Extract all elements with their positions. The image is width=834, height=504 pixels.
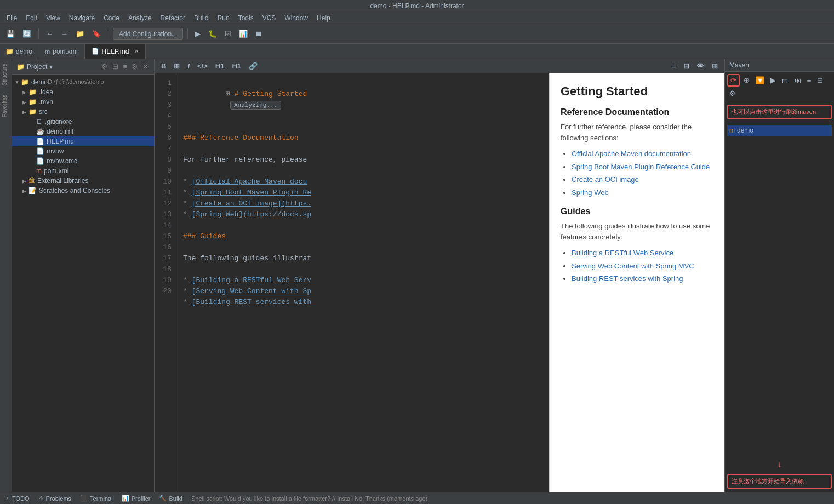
layout-split-button[interactable]: ⊟ [681, 61, 692, 71]
sync-button[interactable]: 🔄 [20, 28, 34, 39]
tree-help-md[interactable]: 📄 HELP.md [12, 136, 154, 146]
maven-tree: m demo [725, 123, 834, 293]
project-breadcrumb[interactable]: 📁 demo [0, 44, 38, 59]
coverage-button[interactable]: ☑ [222, 28, 234, 39]
menu-vcs[interactable]: VCS [258, 13, 281, 23]
menu-run[interactable]: Run [213, 13, 234, 23]
project-more-button[interactable]: ✕ [141, 61, 150, 72]
favorites-tab[interactable]: Favorites [0, 90, 12, 122]
menu-window[interactable]: Window [280, 13, 312, 23]
annotation-arrow-down: ↓ [725, 460, 834, 469]
preview-ref-link-1[interactable]: Official Apache Maven documentation [572, 148, 713, 159]
menu-help[interactable]: Help [312, 13, 335, 23]
ref-link-2-anchor[interactable]: Spring Boot Maven Plugin Reference Guide [572, 163, 710, 171]
menu-refactor[interactable]: Refactor [156, 13, 190, 23]
h1-button[interactable]: H1 [213, 61, 227, 71]
project-gear-button[interactable]: ⚙ [130, 61, 139, 72]
ref-link-1-anchor[interactable]: Official Apache Maven documentation [572, 150, 691, 158]
h2-button[interactable]: H1 [230, 61, 243, 71]
tree-mvnw-cmd[interactable]: 📄 mvnw.cmd [12, 156, 154, 166]
preview-guide-link-2[interactable]: Serving Web Content with Spring MVC [572, 261, 713, 272]
bold-button[interactable]: B [159, 61, 168, 71]
tree-root-demo[interactable]: ▼ 📁 demo D:\代码\demos\demo [12, 77, 154, 87]
build-status[interactable]: 🔨 Build [159, 495, 182, 502]
menu-navigate[interactable]: Navigate [65, 13, 99, 23]
add-configuration-button[interactable]: Add Configuration... [113, 28, 183, 40]
project-settings-button[interactable]: ⚙ [100, 61, 109, 72]
menu-edit[interactable]: Edit [21, 13, 42, 23]
tree-external-libs[interactable]: ▶ 🏛 External Libraries [12, 176, 154, 186]
menu-analyze[interactable]: Analyze [124, 13, 156, 23]
profile-button[interactable]: 📊 [236, 28, 250, 39]
close-tab-icon[interactable]: ✕ [134, 48, 139, 54]
guide-link-1-anchor[interactable]: Building a RESTful Web Service [572, 249, 673, 257]
structure-tab[interactable]: Structure [0, 59, 12, 90]
project-tree: ▼ 📁 demo D:\代码\demos\demo ▶ 📁 .idea ▶ 📁 … [12, 75, 154, 492]
table-button[interactable]: ⊞ [172, 61, 182, 71]
recent-files-button[interactable]: 📁 [73, 28, 87, 39]
forward-button[interactable]: → [58, 28, 71, 39]
maven-run-button[interactable]: ▶ [768, 74, 778, 87]
run-button[interactable]: ▶ [192, 28, 203, 39]
layout-preview-button[interactable]: 👁 [695, 61, 706, 71]
menu-build[interactable]: Build [190, 13, 213, 23]
tree-gitignore[interactable]: 🗒 .gitignore [12, 117, 154, 127]
preview-ref-link-2[interactable]: Spring Boot Maven Plugin Reference Guide [572, 162, 713, 173]
editor-toolbar: B ⊞ I </> H1 H1 🔗 ≡ ⊟ 👁 ⊞ [155, 59, 724, 73]
maven-demo-item[interactable]: m demo [727, 125, 832, 136]
guide-link-3-anchor[interactable]: Building REST services with Spring [572, 274, 683, 283]
menu-view[interactable]: View [42, 13, 65, 23]
problems-status[interactable]: ⚠ Problems [38, 495, 71, 502]
save-all-button[interactable]: 💾 [3, 28, 18, 39]
maven-refresh-button[interactable]: ⟳ [727, 74, 740, 87]
maven-gear-button[interactable]: ⚙ [727, 88, 738, 99]
tree-mvnw[interactable]: 📄 mvnw [12, 146, 154, 156]
menu-tools[interactable]: Tools [234, 13, 258, 23]
tree-mvn[interactable]: ▶ 📁 .mvn [12, 97, 154, 107]
maven-skip-button[interactable]: ⏭ [792, 74, 803, 87]
guide-link-2-anchor[interactable]: Serving Web Content with Spring MVC [572, 262, 694, 270]
navigation-button[interactable]: 🔖 [89, 28, 104, 39]
back-button[interactable]: ← [43, 28, 56, 39]
menu-file[interactable]: File [2, 13, 21, 23]
tree-pom-xml[interactable]: m pom.xml [12, 166, 154, 176]
tree-src[interactable]: ▶ 📁 src [12, 107, 154, 117]
expand-icon: ▶ [22, 89, 28, 95]
code-button[interactable]: </> [195, 61, 210, 71]
tree-src-label: src [39, 108, 48, 116]
ref-link-3-anchor[interactable]: Create an OCI image [572, 175, 639, 184]
layout-full-button[interactable]: ⊞ [710, 61, 720, 71]
preview-guide-link-3[interactable]: Building REST services with Spring [572, 273, 713, 284]
preview-guide-link-1[interactable]: Building a RESTful Web Service [572, 248, 713, 259]
project-sort-button[interactable]: ≡ [122, 61, 128, 72]
ref-link-4-anchor[interactable]: Spring Web [572, 188, 609, 197]
italic-button[interactable]: I [185, 61, 192, 71]
code-line-10: * [Spring Web](https://docs.sp [183, 209, 542, 220]
stop-button[interactable]: ⏹ [253, 28, 265, 39]
project-collapse-button[interactable]: ⊟ [111, 61, 119, 72]
help-md-tab[interactable]: 📄 HELP.md ✕ [85, 44, 146, 59]
debug-button[interactable]: 🐛 [205, 28, 220, 39]
maven-remove-button[interactable]: 🔽 [753, 74, 767, 87]
profiler-status[interactable]: 📊 Profiler [122, 495, 151, 502]
line18-content: [Building REST services with [192, 298, 311, 306]
code-line-14: The following guides illustrat [183, 253, 542, 264]
code-editor[interactable]: ⊞ # Getting Started Analyzing... ### Ref… [176, 73, 549, 492]
maven-add-button[interactable]: ⊕ [741, 74, 752, 87]
maven-collapse-button[interactable]: ⊟ [815, 74, 825, 87]
code-line-1: ⊞ # Getting Started Analyzing... [183, 78, 542, 122]
terminal-status[interactable]: ⬛ Terminal [80, 495, 113, 502]
layout-list-button[interactable]: ≡ [669, 61, 678, 71]
maven-settings-button[interactable]: ≡ [805, 74, 814, 87]
menu-code[interactable]: Code [99, 13, 124, 23]
tree-scratches[interactable]: ▶ 📝 Scratches and Consoles [12, 186, 154, 196]
todo-status[interactable]: ☑ TODO [4, 495, 30, 502]
maven-debug-button[interactable]: m [780, 74, 790, 87]
line-num-8: 8 [155, 154, 172, 165]
tree-demo-iml[interactable]: ☕ demo.iml [12, 127, 154, 136]
tree-idea[interactable]: ▶ 📁 .idea [12, 87, 154, 97]
link-button[interactable]: 🔗 [247, 61, 260, 71]
pom-tab[interactable]: m pom.xml [38, 44, 85, 59]
preview-ref-link-3[interactable]: Create an OCI image [572, 174, 713, 185]
preview-ref-link-4[interactable]: Spring Web [572, 187, 713, 198]
